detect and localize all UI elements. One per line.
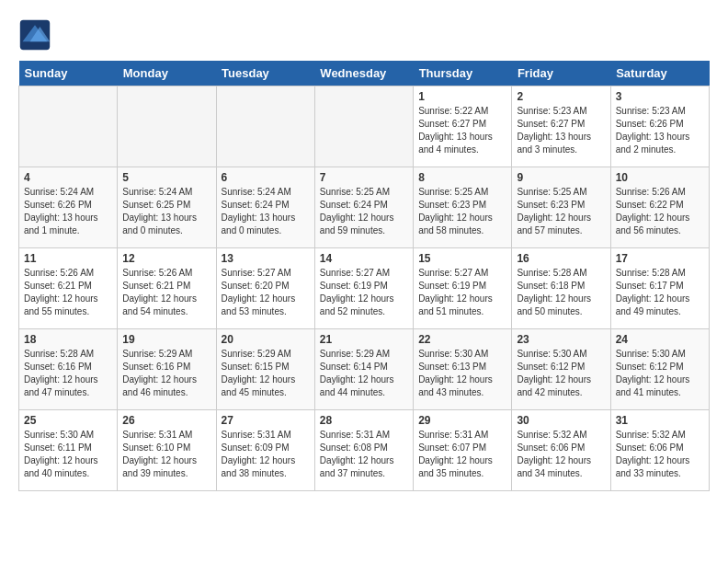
day-number: 29 (418, 414, 506, 427)
calendar-cell: 25Sunrise: 5:30 AM Sunset: 6:11 PM Dayli… (19, 410, 118, 491)
calendar-week-row: 11Sunrise: 5:26 AM Sunset: 6:21 PM Dayli… (19, 248, 710, 329)
day-number: 26 (122, 414, 210, 427)
calendar-cell: 29Sunrise: 5:31 AM Sunset: 6:07 PM Dayli… (414, 410, 512, 491)
day-number: 16 (517, 252, 605, 265)
calendar-cell: 28Sunrise: 5:31 AM Sunset: 6:08 PM Dayli… (314, 410, 413, 491)
day-number: 8 (418, 171, 506, 184)
header-wednesday: Wednesday (314, 61, 413, 86)
calendar-week-row: 4Sunrise: 5:24 AM Sunset: 6:26 PM Daylig… (19, 167, 710, 248)
day-number: 11 (24, 252, 112, 265)
day-info: Sunrise: 5:26 AM Sunset: 6:21 PM Dayligh… (122, 267, 210, 318)
day-number: 15 (418, 252, 506, 265)
calendar-cell: 26Sunrise: 5:31 AM Sunset: 6:10 PM Dayli… (118, 410, 216, 491)
header-sunday: Sunday (19, 61, 118, 86)
day-number: 4 (24, 171, 112, 184)
calendar-cell: 7Sunrise: 5:25 AM Sunset: 6:24 PM Daylig… (314, 167, 413, 248)
day-number: 19 (122, 333, 210, 346)
calendar-cell: 27Sunrise: 5:31 AM Sunset: 6:09 PM Dayli… (216, 410, 314, 491)
day-number: 21 (320, 333, 408, 346)
day-info: Sunrise: 5:24 AM Sunset: 6:25 PM Dayligh… (122, 186, 210, 237)
day-number: 14 (320, 252, 408, 265)
day-number: 6 (222, 171, 310, 184)
day-number: 2 (517, 90, 605, 103)
calendar-cell: 8Sunrise: 5:25 AM Sunset: 6:23 PM Daylig… (414, 167, 512, 248)
day-info: Sunrise: 5:23 AM Sunset: 6:26 PM Dayligh… (616, 105, 704, 156)
day-info: Sunrise: 5:31 AM Sunset: 6:10 PM Dayligh… (122, 429, 210, 480)
day-number: 3 (616, 90, 704, 103)
day-info: Sunrise: 5:28 AM Sunset: 6:17 PM Dayligh… (616, 267, 704, 318)
header-saturday: Saturday (610, 61, 709, 86)
page-header (18, 18, 710, 52)
day-number: 7 (320, 171, 408, 184)
day-info: Sunrise: 5:30 AM Sunset: 6:13 PM Dayligh… (418, 348, 506, 399)
day-number: 28 (320, 414, 408, 427)
day-info: Sunrise: 5:30 AM Sunset: 6:12 PM Dayligh… (616, 348, 704, 399)
calendar-week-row: 18Sunrise: 5:28 AM Sunset: 6:16 PM Dayli… (19, 329, 710, 410)
calendar-cell: 6Sunrise: 5:24 AM Sunset: 6:24 PM Daylig… (216, 167, 314, 248)
calendar-cell: 16Sunrise: 5:28 AM Sunset: 6:18 PM Dayli… (512, 248, 610, 329)
calendar-cell: 18Sunrise: 5:28 AM Sunset: 6:16 PM Dayli… (19, 329, 118, 410)
day-number: 18 (24, 333, 112, 346)
calendar-cell: 21Sunrise: 5:29 AM Sunset: 6:14 PM Dayli… (314, 329, 413, 410)
day-info: Sunrise: 5:30 AM Sunset: 6:11 PM Dayligh… (24, 429, 112, 480)
day-info: Sunrise: 5:26 AM Sunset: 6:22 PM Dayligh… (616, 186, 704, 237)
day-info: Sunrise: 5:32 AM Sunset: 6:06 PM Dayligh… (517, 429, 605, 480)
day-info: Sunrise: 5:31 AM Sunset: 6:09 PM Dayligh… (222, 429, 310, 480)
logo (18, 18, 55, 52)
day-info: Sunrise: 5:28 AM Sunset: 6:16 PM Dayligh… (24, 348, 112, 399)
day-info: Sunrise: 5:31 AM Sunset: 6:08 PM Dayligh… (320, 429, 408, 480)
calendar-cell: 3Sunrise: 5:23 AM Sunset: 6:26 PM Daylig… (610, 86, 709, 167)
calendar-cell: 19Sunrise: 5:29 AM Sunset: 6:16 PM Dayli… (118, 329, 216, 410)
day-info: Sunrise: 5:32 AM Sunset: 6:06 PM Dayligh… (616, 429, 704, 480)
header-thursday: Thursday (414, 61, 512, 86)
calendar-cell: 24Sunrise: 5:30 AM Sunset: 6:12 PM Dayli… (610, 329, 709, 410)
calendar-cell: 5Sunrise: 5:24 AM Sunset: 6:25 PM Daylig… (118, 167, 216, 248)
calendar-cell: 15Sunrise: 5:27 AM Sunset: 6:19 PM Dayli… (414, 248, 512, 329)
calendar-cell (19, 86, 118, 167)
day-info: Sunrise: 5:23 AM Sunset: 6:27 PM Dayligh… (517, 105, 605, 156)
day-number: 23 (517, 333, 605, 346)
day-info: Sunrise: 5:25 AM Sunset: 6:23 PM Dayligh… (418, 186, 506, 237)
day-info: Sunrise: 5:25 AM Sunset: 6:23 PM Dayligh… (517, 186, 605, 237)
day-info: Sunrise: 5:24 AM Sunset: 6:24 PM Dayligh… (222, 186, 310, 237)
header-friday: Friday (512, 61, 610, 86)
day-number: 27 (222, 414, 310, 427)
calendar-cell: 14Sunrise: 5:27 AM Sunset: 6:19 PM Dayli… (314, 248, 413, 329)
day-info: Sunrise: 5:24 AM Sunset: 6:26 PM Dayligh… (24, 186, 112, 237)
calendar-cell: 12Sunrise: 5:26 AM Sunset: 6:21 PM Dayli… (118, 248, 216, 329)
calendar-table: SundayMondayTuesdayWednesdayThursdayFrid… (18, 61, 710, 491)
calendar-cell: 30Sunrise: 5:32 AM Sunset: 6:06 PM Dayli… (512, 410, 610, 491)
day-number: 17 (616, 252, 704, 265)
calendar-cell: 31Sunrise: 5:32 AM Sunset: 6:06 PM Dayli… (610, 410, 709, 491)
day-info: Sunrise: 5:29 AM Sunset: 6:16 PM Dayligh… (122, 348, 210, 399)
day-info: Sunrise: 5:29 AM Sunset: 6:14 PM Dayligh… (320, 348, 408, 399)
calendar-cell: 17Sunrise: 5:28 AM Sunset: 6:17 PM Dayli… (610, 248, 709, 329)
calendar-cell: 4Sunrise: 5:24 AM Sunset: 6:26 PM Daylig… (19, 167, 118, 248)
calendar-cell: 22Sunrise: 5:30 AM Sunset: 6:13 PM Dayli… (414, 329, 512, 410)
day-number: 24 (616, 333, 704, 346)
day-number: 9 (517, 171, 605, 184)
calendar-cell: 23Sunrise: 5:30 AM Sunset: 6:12 PM Dayli… (512, 329, 610, 410)
calendar-cell: 2Sunrise: 5:23 AM Sunset: 6:27 PM Daylig… (512, 86, 610, 167)
day-info: Sunrise: 5:27 AM Sunset: 6:20 PM Dayligh… (222, 267, 310, 318)
day-number: 1 (418, 90, 506, 103)
day-info: Sunrise: 5:26 AM Sunset: 6:21 PM Dayligh… (24, 267, 112, 318)
calendar-week-row: 25Sunrise: 5:30 AM Sunset: 6:11 PM Dayli… (19, 410, 710, 491)
day-info: Sunrise: 5:22 AM Sunset: 6:27 PM Dayligh… (418, 105, 506, 156)
day-number: 22 (418, 333, 506, 346)
day-number: 10 (616, 171, 704, 184)
day-info: Sunrise: 5:30 AM Sunset: 6:12 PM Dayligh… (517, 348, 605, 399)
day-number: 12 (122, 252, 210, 265)
logo-icon (18, 18, 51, 52)
calendar-cell (216, 86, 314, 167)
calendar-cell: 1Sunrise: 5:22 AM Sunset: 6:27 PM Daylig… (414, 86, 512, 167)
calendar-header-row: SundayMondayTuesdayWednesdayThursdayFrid… (19, 61, 710, 86)
calendar-cell: 10Sunrise: 5:26 AM Sunset: 6:22 PM Dayli… (610, 167, 709, 248)
day-info: Sunrise: 5:31 AM Sunset: 6:07 PM Dayligh… (418, 429, 506, 480)
day-number: 20 (222, 333, 310, 346)
header-monday: Monday (118, 61, 216, 86)
calendar-cell: 13Sunrise: 5:27 AM Sunset: 6:20 PM Dayli… (216, 248, 314, 329)
day-number: 25 (24, 414, 112, 427)
day-info: Sunrise: 5:29 AM Sunset: 6:15 PM Dayligh… (222, 348, 310, 399)
calendar-cell: 9Sunrise: 5:25 AM Sunset: 6:23 PM Daylig… (512, 167, 610, 248)
